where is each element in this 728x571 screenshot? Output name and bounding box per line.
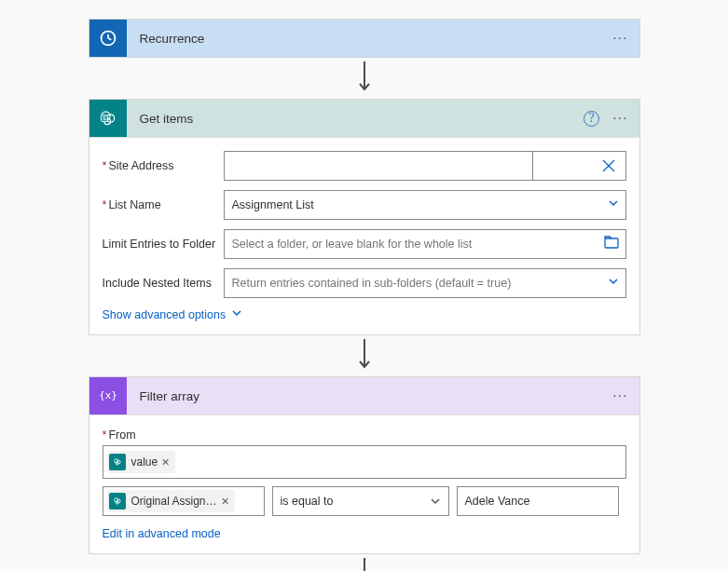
help-icon[interactable]: ? <box>584 111 599 127</box>
svg-line-2 <box>108 38 111 40</box>
getitems-title: Get items <box>127 112 584 126</box>
svg-point-4 <box>107 44 108 45</box>
svg-text:S: S <box>102 116 105 121</box>
filter-title: Filter array <box>127 389 613 403</box>
svg-text:{x}: {x} <box>99 389 117 401</box>
recurrence-header[interactable]: Recurrence ··· <box>89 20 639 57</box>
remove-token-icon[interactable]: ✕ <box>161 456 170 469</box>
getitems-header[interactable]: S Get items ? ··· <box>89 100 639 137</box>
limit-folder-input[interactable]: Select a folder, or leave blank for the … <box>224 229 626 259</box>
svg-rect-15 <box>605 238 618 248</box>
clear-button[interactable] <box>533 151 626 181</box>
recurrence-card: Recurrence ··· <box>89 19 640 58</box>
filter-card: {x} Filter array ··· *From value ✕ <box>89 376 640 554</box>
remove-token-icon[interactable]: ✕ <box>221 496 229 508</box>
chevron-down-icon <box>608 275 619 290</box>
sharepoint-icon <box>109 493 126 510</box>
site-address-input[interactable] <box>224 151 533 181</box>
sharepoint-icon <box>109 454 126 470</box>
clock-icon <box>89 20 127 57</box>
condition-operator-select[interactable]: is equal to <box>272 486 449 516</box>
nested-items-select[interactable]: Return entries contained in sub-folders … <box>224 268 626 298</box>
from-input[interactable]: value ✕ <box>103 445 626 479</box>
more-icon[interactable]: ··· <box>612 30 627 47</box>
show-advanced-link[interactable]: Show advanced options <box>103 307 626 321</box>
more-icon[interactable]: ··· <box>612 110 627 127</box>
svg-point-5 <box>102 38 103 39</box>
filter-header[interactable]: {x} Filter array ··· <box>89 377 639 415</box>
arrow-icon <box>89 58 640 99</box>
site-address-label: *Site Address <box>103 159 224 172</box>
edit-advanced-link[interactable]: Edit in advanced mode <box>103 527 626 540</box>
list-name-select[interactable]: Assignment List <box>224 190 626 220</box>
chevron-down-icon <box>231 307 242 321</box>
arrow-icon <box>89 335 640 376</box>
list-name-label: *List Name <box>103 198 224 211</box>
getitems-card: S Get items ? ··· *Site Address <box>89 99 640 335</box>
dynamic-token-value[interactable]: value ✕ <box>107 451 176 473</box>
dynamic-token-original[interactable]: Original Assign… ✕ <box>107 490 235 512</box>
more-icon[interactable]: ··· <box>612 387 627 404</box>
chevron-down-icon <box>608 197 619 211</box>
close-icon <box>601 158 616 173</box>
condition-left-input[interactable]: Original Assign… ✕ <box>103 486 265 516</box>
chevron-down-icon <box>430 496 441 510</box>
arrow-icon <box>89 554 640 571</box>
sharepoint-icon: S <box>89 100 127 137</box>
svg-point-3 <box>107 32 108 33</box>
recurrence-title: Recurrence <box>127 32 613 46</box>
folder-icon[interactable] <box>604 236 619 252</box>
condition-value-input[interactable]: Adele Vance <box>457 486 619 516</box>
svg-point-6 <box>114 38 115 39</box>
nested-items-label: Include Nested Items <box>103 277 224 290</box>
filter-icon: {x} <box>89 377 127 415</box>
from-label: *From <box>103 428 626 442</box>
limit-folder-label: Limit Entries to Folder <box>103 238 224 251</box>
